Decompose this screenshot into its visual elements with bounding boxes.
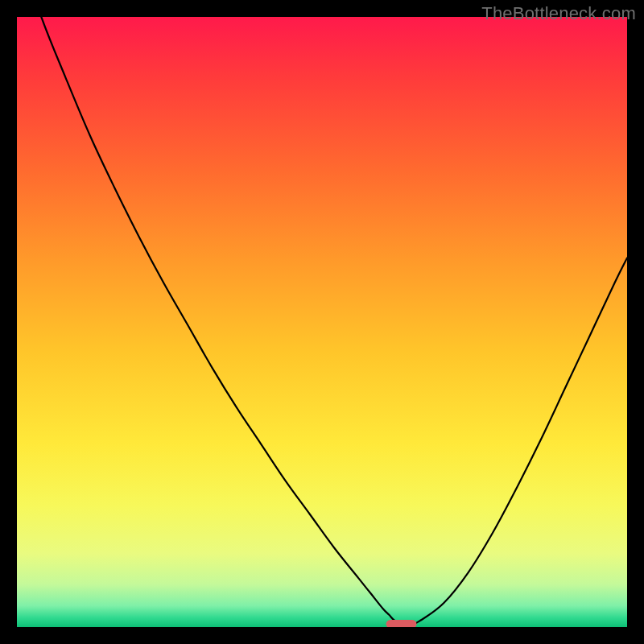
chart-svg bbox=[17, 17, 627, 627]
chart-frame: TheBottleneck.com bbox=[0, 0, 644, 644]
watermark-text: TheBottleneck.com bbox=[481, 3, 636, 24]
plot-area bbox=[17, 17, 627, 627]
optimum-marker bbox=[386, 620, 417, 627]
gradient-rect bbox=[17, 17, 627, 627]
